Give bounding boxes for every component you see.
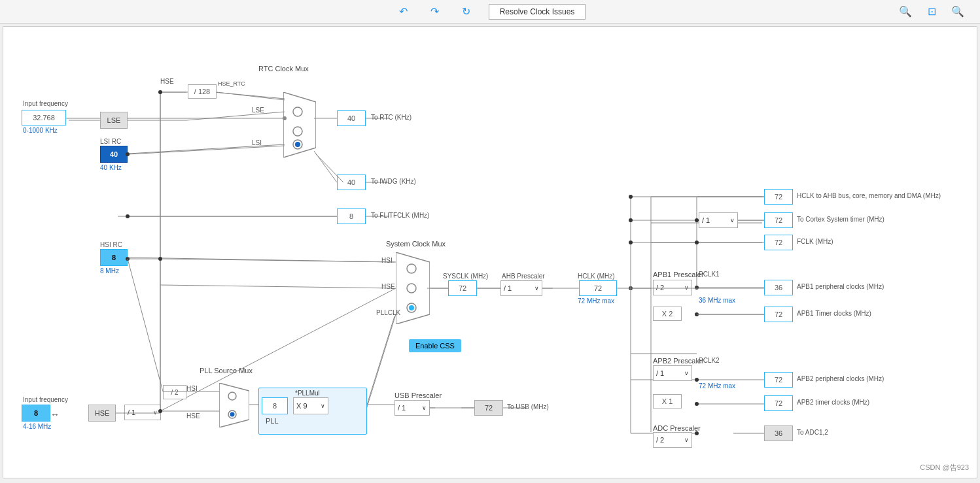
resolve-clock-issues-button[interactable]: Resolve Clock Issues	[489, 4, 586, 20]
watermark: CSDN @告923	[920, 463, 969, 473]
to-flit-value: 8	[337, 208, 366, 224]
input-freq-2-range: 4-16 MHz	[23, 423, 51, 430]
svg-point-50	[629, 241, 633, 244]
pclk2-label: PCLK2	[699, 357, 720, 364]
div128-box: / 128	[188, 84, 217, 99]
hse-div128-label: HSE	[160, 78, 174, 85]
apb2-prescaler-label: APB2 Prescaler	[653, 357, 704, 365]
input-freq-1-value[interactable]: 32.768	[22, 110, 66, 125]
redo-button[interactable]: ↷	[426, 3, 444, 21]
cortex-timer-label: To Cortex System timer (MHz)	[797, 216, 884, 223]
svg-point-70	[695, 378, 699, 382]
hsi-sys-label: HSI	[381, 257, 393, 264]
hsi-rc-unit: 8 MHz	[100, 267, 119, 275]
svg-point-33	[293, 107, 302, 116]
svg-point-34	[293, 127, 302, 136]
to-rtc-label: To RTC (KHz)	[371, 114, 411, 121]
hse-div1-dropdown[interactable]: / 1	[124, 405, 161, 420]
arrow-indicator: ↔	[50, 409, 60, 420]
adc-value: 36	[764, 425, 793, 441]
adc-label: To ADC1,2	[797, 429, 828, 436]
svg-line-17	[366, 314, 396, 411]
svg-point-67	[695, 241, 699, 244]
fclk-label: FCLK (MHz)	[797, 238, 833, 245]
pll-inner-value: 8	[262, 397, 288, 414]
to-flit-label: To FLITFCLK (MHz)	[371, 212, 429, 219]
to-rtc-value: 40	[337, 110, 366, 126]
hse-box: HSE	[88, 405, 116, 422]
apb1-timer-label: APB1 Timer clocks (MHz)	[797, 310, 871, 317]
input-freq-2-label: Input frequency	[23, 396, 68, 403]
cortex-div1-dropdown[interactable]: / 1	[699, 212, 738, 228]
lse-mux-label: LSE	[252, 107, 264, 114]
hclk-ahb-value: 72	[764, 189, 793, 205]
svg-point-39	[407, 284, 416, 293]
svg-marker-73	[219, 383, 249, 427]
svg-line-88	[128, 258, 394, 262]
svg-point-91	[158, 257, 162, 261]
lsi-rc-label: LSI RC	[100, 138, 121, 145]
system-mux-label: System Clock Mux	[386, 240, 446, 248]
hse-rtc-label: HSE_RTC	[218, 80, 245, 87]
adc-prescaler-dropdown[interactable]: / 2	[653, 432, 692, 448]
lse-box: LSE	[100, 112, 128, 129]
svg-point-69	[695, 312, 699, 316]
apb1-prescaler-dropdown[interactable]: / 2	[653, 280, 692, 295]
pll-box: *PLLMul 8 X 9 PLL	[258, 388, 367, 435]
input-freq-2-value[interactable]: 8	[22, 405, 50, 422]
apb1-periph-value: 36	[764, 280, 793, 295]
lsi-rc-value: 40	[100, 146, 128, 163]
svg-point-49	[629, 218, 633, 222]
to-iwdg-value: 40	[337, 175, 366, 190]
lsi-rc-unit: 40 KHz	[100, 164, 122, 171]
adc-prescaler-label: ADC Prescaler	[653, 424, 701, 432]
svg-point-86	[126, 214, 130, 218]
pll-mul-dropdown[interactable]: X 9	[293, 397, 328, 414]
hse-sys-label: HSE	[381, 283, 395, 290]
zoom-search-button[interactable]: 🔍	[896, 3, 915, 21]
svg-line-92	[160, 285, 394, 288]
sysclk-label: SYSCLK (MHz)	[443, 273, 488, 280]
svg-line-82	[217, 92, 285, 100]
hclk-ahb-label: HCLK to AHB bus, core, memory and DMA (M…	[797, 192, 941, 199]
hsi-div2-box: / 2	[163, 385, 186, 399]
svg-point-38	[407, 264, 416, 273]
to-usb-label: To USB (MHz)	[507, 403, 549, 410]
hse-pll-label: HSE	[186, 412, 200, 420]
hclk-label: HCLK (MHz)	[578, 273, 615, 280]
enable-css-button[interactable]: Enable CSS	[409, 339, 461, 352]
system-mux-shape	[396, 252, 430, 324]
pll-mux-shape	[219, 383, 249, 427]
apb1-x2-box: X 2	[653, 307, 682, 321]
rtc-mux-shape	[283, 92, 316, 158]
apb1-timer-value: 72	[764, 307, 793, 322]
input-freq-1-range: 0-1000 KHz	[23, 127, 58, 134]
undo-button[interactable]: ↶	[394, 3, 413, 21]
svg-point-74	[228, 392, 236, 400]
ahb-prescaler-dropdown[interactable]: / 1	[500, 280, 542, 296]
cortex-timer-value: 72	[764, 212, 793, 228]
usb-prescaler-dropdown[interactable]: / 1	[394, 400, 430, 416]
hclk-value: 72	[579, 280, 617, 296]
apb1-periph-label: APB1 peripheral clocks (MHz)	[797, 283, 884, 290]
svg-point-71	[695, 402, 699, 406]
refresh-button[interactable]: ↻	[457, 3, 476, 21]
ahb-prescaler-label: AHB Prescaler	[502, 273, 545, 280]
pll-label-inner: PLL	[266, 417, 279, 425]
svg-point-36	[295, 142, 300, 147]
sysclk-value: 72	[448, 280, 477, 296]
fclk-value: 72	[764, 235, 793, 250]
apb1-prescaler-label: APB1 Prescaler	[653, 271, 704, 278]
svg-line-2	[186, 112, 285, 120]
input-freq-1-label: Input frequency	[23, 100, 68, 107]
svg-point-41	[409, 305, 414, 310]
apb2-timer-value: 72	[764, 395, 793, 411]
apb2-periph-label: APB2 peripheral clocks (MHz)	[797, 375, 884, 382]
zoom-out-button[interactable]: 🔍	[949, 3, 967, 21]
hsi-rc-label: HSI RC	[100, 241, 122, 248]
apb2-prescaler-dropdown[interactable]: / 1	[653, 365, 692, 381]
pll-mux-label: PLL Source Mux	[200, 367, 253, 375]
svg-line-10	[314, 151, 337, 182]
fit-button[interactable]: ⊡	[922, 3, 941, 21]
lsi-mux-label: LSI	[252, 139, 262, 146]
